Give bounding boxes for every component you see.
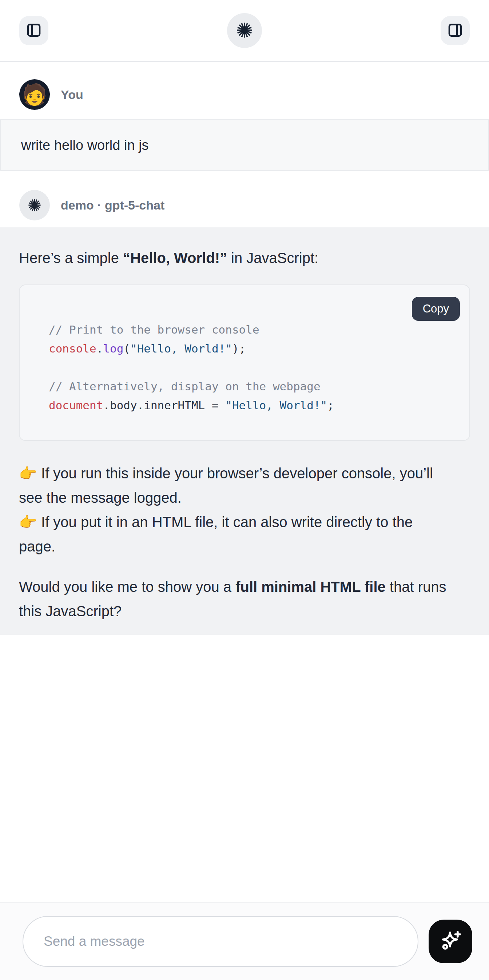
sidebar-toggle-button[interactable] [19, 16, 48, 45]
assistant-paragraphs: 👉 If you run this inside your browser’s … [19, 461, 470, 624]
message-input[interactable]: Send a message [22, 916, 419, 967]
panel-toggle-button[interactable] [441, 16, 470, 45]
sidebar-left-icon [25, 22, 42, 40]
starburst-icon [235, 21, 254, 41]
sparkle-plus-icon [437, 928, 464, 955]
user-sender-label: You [61, 88, 83, 102]
intro-paragraph: Here’s a simple “Hello, World!” in JavaS… [19, 248, 470, 268]
send-button[interactable] [428, 920, 472, 963]
assistant-sender-label: demo · gpt-5-chat [61, 198, 164, 212]
model-button[interactable] [227, 13, 262, 48]
assistant-message: Here’s a simple “Hello, World!” in JavaS… [0, 228, 489, 635]
user-message: write hello world in js [0, 119, 489, 171]
assistant-paragraph: Would you like me to show you a full min… [19, 575, 470, 624]
composer: Send a message [0, 902, 489, 980]
user-avatar: 🧑 [19, 79, 50, 110]
empty-space [0, 635, 489, 902]
panel-right-icon [447, 22, 464, 40]
top-bar [0, 0, 489, 62]
assistant-message-header: demo · gpt-5-chat [0, 190, 489, 220]
code-block: Copy // Print to the browser consolecons… [19, 285, 470, 441]
code-content: // Print to the browser consoleconsole.l… [49, 320, 459, 415]
assistant-paragraph: 👉 If you run this inside your browser’s … [19, 461, 470, 559]
copy-button[interactable]: Copy [412, 297, 460, 321]
starburst-icon [27, 197, 42, 213]
user-avatar-emoji: 🧑 [22, 79, 47, 110]
user-message-header: 🧑 You [0, 79, 489, 110]
message-input-placeholder: Send a message [44, 934, 145, 949]
assistant-avatar [19, 190, 50, 220]
user-message-text: write hello world in js [21, 137, 149, 153]
conversation: 🧑 You write hello world in js [0, 62, 489, 635]
